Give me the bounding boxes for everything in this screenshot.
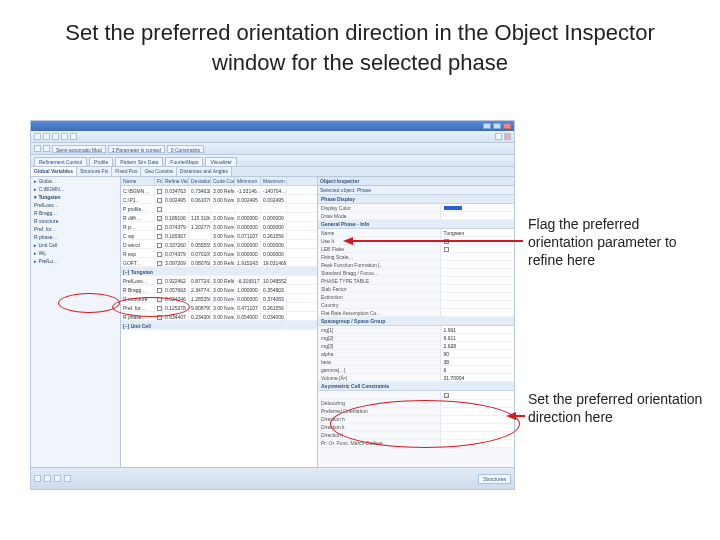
cell-max[interactable]: -140704… (261, 186, 287, 194)
cell-dev[interactable]: 2.347741 (189, 285, 211, 293)
cell-name[interactable]: R Bragg… (121, 285, 155, 293)
tab-fourier[interactable]: FourierMaps (165, 157, 203, 166)
grid-row[interactable]: C wp 0.165367 3.00 None 0.071107 0.26155… (121, 231, 317, 240)
cell-name[interactable]: D wecd (121, 240, 155, 248)
tree-item[interactable]: ▸ Unit Cell (31, 241, 120, 249)
cell-min[interactable]: 0.000000 (235, 213, 261, 221)
cell-dev[interactable]: 1.285356 (189, 294, 211, 302)
cell-min[interactable]: 0.000000 (235, 249, 261, 257)
grid-row[interactable]: Pref. for… 0.125278 9.808795 3.00 None 0… (121, 303, 317, 312)
cell-fix[interactable] (155, 231, 163, 239)
cell-code[interactable]: 3.00 None (211, 303, 235, 311)
cell-name[interactable]: R exp (121, 249, 155, 257)
cell-dev[interactable] (189, 231, 211, 239)
gamma-value[interactable]: 6 (440, 366, 514, 373)
display-color-value[interactable] (440, 204, 514, 211)
cell-fix[interactable] (155, 303, 163, 311)
subtab-distang[interactable]: Distances and Angles (177, 167, 232, 176)
tree-item[interactable]: Pref. for… (31, 225, 120, 233)
cell-refval[interactable]: 0.002495 (163, 195, 189, 203)
col-max[interactable]: Maximum (261, 177, 287, 185)
cell-code[interactable]: 3.00 Refine (211, 186, 235, 194)
cell-max[interactable]: 0.374083 (261, 294, 287, 302)
checkbox-icon[interactable] (157, 207, 162, 212)
cell-fix[interactable] (155, 195, 163, 203)
close-panel-icon[interactable] (504, 133, 511, 140)
save-icon[interactable] (52, 133, 59, 140)
mode-dropdown[interactable]: Semi-automatic Mod (52, 145, 106, 153)
cell-min[interactable]: 1.915243… (235, 258, 261, 266)
cell-fix[interactable] (155, 240, 163, 248)
cell-refval[interactable]: 0.165367 (163, 231, 189, 239)
tree-item[interactable]: R phase… (31, 233, 120, 241)
tab-visualizer[interactable]: Visualizer (205, 157, 237, 166)
checkbox-icon[interactable] (157, 261, 162, 266)
subtab-global[interactable]: Global Variables (31, 167, 77, 176)
tree-item[interactable]: R structure (31, 217, 120, 225)
country-value[interactable] (440, 301, 514, 308)
cell-code[interactable]: 3.00 None (211, 213, 235, 221)
checkbox-icon[interactable] (157, 315, 162, 320)
cell-name[interactable]: C wp (121, 231, 155, 239)
cell-min[interactable]: 0.000000 (235, 294, 261, 302)
footer-icon[interactable] (64, 475, 71, 482)
phasetype-value[interactable] (440, 277, 514, 284)
footer-icon[interactable] (44, 475, 51, 482)
cell-refval[interactable]: 0.034763 (163, 186, 189, 194)
grid-row[interactable]: R p… 0.074379 1.202776 3.00 None 0.00000… (121, 222, 317, 231)
tab-patternsim[interactable]: Pattern Sim Data (115, 157, 163, 166)
mg1-value[interactable]: 1.961 (440, 326, 514, 333)
footer-icon[interactable] (34, 475, 41, 482)
min-button[interactable] (483, 123, 491, 129)
tree-item[interactable]: ▸ C:\BGMN… (31, 185, 120, 193)
cell-dev[interactable]: 9.808795 (189, 303, 211, 311)
cell-name[interactable]: R structure (121, 294, 155, 302)
cell-code[interactable]: 3.00 None (211, 231, 235, 239)
dir-k-value[interactable] (440, 424, 514, 431)
cell-min[interactable]: 1.000000 (235, 285, 261, 293)
tree-item[interactable]: ▾ Tungsten (31, 193, 120, 201)
cell-max[interactable]: 19.031469 (261, 258, 287, 266)
asym-fix-value[interactable] (440, 391, 514, 398)
checkbox-icon[interactable] (157, 198, 162, 203)
col-min[interactable]: Minimum (235, 177, 261, 185)
peak-value[interactable] (440, 261, 514, 268)
cell-name[interactable]: Pref. for… (121, 303, 155, 311)
checkbox-icon[interactable] (157, 234, 162, 239)
tree-item[interactable]: ▸ PrefLo… (31, 257, 120, 265)
grid-row[interactable]: C:\P1… 0.002495 0.061076 3.00 None 0.002… (121, 195, 317, 204)
col-fix[interactable]: Fix (155, 177, 163, 185)
cell-fix[interactable] (155, 312, 163, 320)
cell-refval[interactable]: 0.074379 (163, 249, 189, 257)
tree-item[interactable]: PrefLoss… (31, 201, 120, 209)
beta-value[interactable]: 38 (440, 358, 514, 365)
grid-section[interactable]: [−] Tungsten (121, 267, 317, 276)
cell-max[interactable]: 0.261556 (261, 231, 287, 239)
sec-asym[interactable]: Asymmetric Cell Constraints (318, 382, 514, 391)
cell-dev[interactable]: 0.055555 (189, 240, 211, 248)
dir-h-value[interactable] (440, 416, 514, 423)
close-button[interactable] (503, 123, 511, 129)
tab-refinement[interactable]: Refinement Control (34, 157, 87, 166)
cell-code[interactable]: 3.00 None (211, 294, 235, 302)
fitting-value[interactable] (440, 253, 514, 260)
cell-fix[interactable] (155, 204, 163, 212)
flat-value[interactable] (440, 309, 514, 316)
tree-item[interactable]: ▸ W/₀ (31, 249, 120, 257)
grid-row[interactable]: R structure 0.034346 1.285356 3.00 None … (121, 294, 317, 303)
run-icon[interactable] (34, 145, 41, 152)
help-icon[interactable] (495, 133, 502, 140)
draw-mode-value[interactable] (440, 212, 514, 219)
checkbox-icon[interactable] (157, 189, 162, 194)
pref-orient-value[interactable] (440, 408, 514, 415)
cell-fix[interactable] (155, 258, 163, 266)
cell-refval[interactable]: 0.034346 (163, 294, 189, 302)
col-code[interactable]: Code Constra (211, 177, 235, 185)
cell-max[interactable]: 0.000000 (261, 249, 287, 257)
cell-name[interactable]: P profile… (121, 204, 155, 212)
cell-fix[interactable] (155, 294, 163, 302)
cell-min[interactable]: 0.000000 (235, 240, 261, 248)
undo-icon[interactable] (61, 133, 68, 140)
col-name[interactable]: Name (121, 177, 155, 185)
open-icon[interactable] (43, 133, 50, 140)
